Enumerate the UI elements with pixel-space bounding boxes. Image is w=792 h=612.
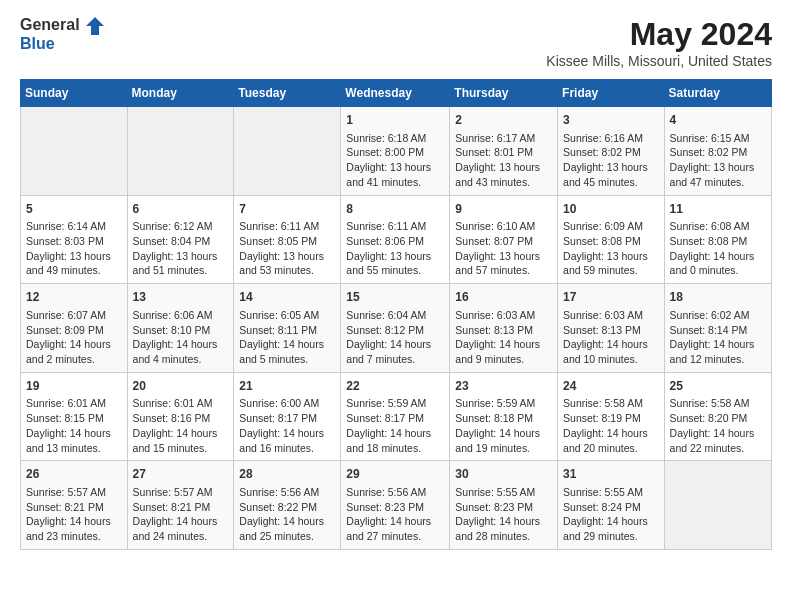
table-row: 10Sunrise: 6:09 AM Sunset: 8:08 PM Dayli… xyxy=(558,195,665,284)
day-number: 8 xyxy=(346,201,444,218)
day-info: Sunrise: 6:09 AM Sunset: 8:08 PM Dayligh… xyxy=(563,219,659,278)
day-info: Sunrise: 6:04 AM Sunset: 8:12 PM Dayligh… xyxy=(346,308,444,367)
day-number: 29 xyxy=(346,466,444,483)
day-info: Sunrise: 6:02 AM Sunset: 8:14 PM Dayligh… xyxy=(670,308,766,367)
day-info: Sunrise: 6:07 AM Sunset: 8:09 PM Dayligh… xyxy=(26,308,122,367)
day-info: Sunrise: 6:08 AM Sunset: 8:08 PM Dayligh… xyxy=(670,219,766,278)
table-row: 29Sunrise: 5:56 AM Sunset: 8:23 PM Dayli… xyxy=(341,461,450,550)
day-number: 25 xyxy=(670,378,766,395)
table-row xyxy=(234,107,341,196)
day-number: 11 xyxy=(670,201,766,218)
day-number: 15 xyxy=(346,289,444,306)
table-row: 25Sunrise: 5:58 AM Sunset: 8:20 PM Dayli… xyxy=(664,372,771,461)
day-number: 14 xyxy=(239,289,335,306)
day-number: 4 xyxy=(670,112,766,129)
header-monday: Monday xyxy=(127,80,234,107)
day-number: 7 xyxy=(239,201,335,218)
calendar-week-row: 26Sunrise: 5:57 AM Sunset: 8:21 PM Dayli… xyxy=(21,461,772,550)
table-row: 1Sunrise: 6:18 AM Sunset: 8:00 PM Daylig… xyxy=(341,107,450,196)
day-number: 16 xyxy=(455,289,552,306)
day-number: 2 xyxy=(455,112,552,129)
day-info: Sunrise: 5:58 AM Sunset: 8:19 PM Dayligh… xyxy=(563,396,659,455)
calendar-table: Sunday Monday Tuesday Wednesday Thursday… xyxy=(20,79,772,550)
table-row: 18Sunrise: 6:02 AM Sunset: 8:14 PM Dayli… xyxy=(664,284,771,373)
day-number: 3 xyxy=(563,112,659,129)
day-number: 22 xyxy=(346,378,444,395)
page-subtitle: Kissee Mills, Missouri, United States xyxy=(546,53,772,69)
table-row: 17Sunrise: 6:03 AM Sunset: 8:13 PM Dayli… xyxy=(558,284,665,373)
day-info: Sunrise: 6:01 AM Sunset: 8:15 PM Dayligh… xyxy=(26,396,122,455)
day-info: Sunrise: 5:57 AM Sunset: 8:21 PM Dayligh… xyxy=(26,485,122,544)
day-number: 5 xyxy=(26,201,122,218)
day-number: 6 xyxy=(133,201,229,218)
day-info: Sunrise: 5:56 AM Sunset: 8:23 PM Dayligh… xyxy=(346,485,444,544)
day-number: 31 xyxy=(563,466,659,483)
table-row: 30Sunrise: 5:55 AM Sunset: 8:23 PM Dayli… xyxy=(450,461,558,550)
table-row: 8Sunrise: 6:11 AM Sunset: 8:06 PM Daylig… xyxy=(341,195,450,284)
calendar-week-row: 12Sunrise: 6:07 AM Sunset: 8:09 PM Dayli… xyxy=(21,284,772,373)
svg-marker-0 xyxy=(86,17,104,35)
day-info: Sunrise: 6:03 AM Sunset: 8:13 PM Dayligh… xyxy=(563,308,659,367)
header-thursday: Thursday xyxy=(450,80,558,107)
table-row: 24Sunrise: 5:58 AM Sunset: 8:19 PM Dayli… xyxy=(558,372,665,461)
logo-bird-icon xyxy=(86,17,104,35)
day-info: Sunrise: 5:55 AM Sunset: 8:23 PM Dayligh… xyxy=(455,485,552,544)
table-row: 31Sunrise: 5:55 AM Sunset: 8:24 PM Dayli… xyxy=(558,461,665,550)
page-title: May 2024 xyxy=(546,16,772,53)
day-info: Sunrise: 5:59 AM Sunset: 8:18 PM Dayligh… xyxy=(455,396,552,455)
table-row xyxy=(21,107,128,196)
title-block: May 2024 Kissee Mills, Missouri, United … xyxy=(546,16,772,69)
header-wednesday: Wednesday xyxy=(341,80,450,107)
table-row: 27Sunrise: 5:57 AM Sunset: 8:21 PM Dayli… xyxy=(127,461,234,550)
table-row: 11Sunrise: 6:08 AM Sunset: 8:08 PM Dayli… xyxy=(664,195,771,284)
day-info: Sunrise: 5:55 AM Sunset: 8:24 PM Dayligh… xyxy=(563,485,659,544)
day-info: Sunrise: 6:16 AM Sunset: 8:02 PM Dayligh… xyxy=(563,131,659,190)
table-row: 20Sunrise: 6:01 AM Sunset: 8:16 PM Dayli… xyxy=(127,372,234,461)
calendar-week-row: 1Sunrise: 6:18 AM Sunset: 8:00 PM Daylig… xyxy=(21,107,772,196)
day-info: Sunrise: 6:06 AM Sunset: 8:10 PM Dayligh… xyxy=(133,308,229,367)
table-row: 15Sunrise: 6:04 AM Sunset: 8:12 PM Dayli… xyxy=(341,284,450,373)
logo-wordmark: General Blue xyxy=(20,16,104,52)
logo: General Blue xyxy=(20,16,104,52)
day-number: 24 xyxy=(563,378,659,395)
day-number: 1 xyxy=(346,112,444,129)
table-row: 6Sunrise: 6:12 AM Sunset: 8:04 PM Daylig… xyxy=(127,195,234,284)
table-row: 26Sunrise: 5:57 AM Sunset: 8:21 PM Dayli… xyxy=(21,461,128,550)
day-info: Sunrise: 6:17 AM Sunset: 8:01 PM Dayligh… xyxy=(455,131,552,190)
table-row: 5Sunrise: 6:14 AM Sunset: 8:03 PM Daylig… xyxy=(21,195,128,284)
table-row: 2Sunrise: 6:17 AM Sunset: 8:01 PM Daylig… xyxy=(450,107,558,196)
day-info: Sunrise: 6:12 AM Sunset: 8:04 PM Dayligh… xyxy=(133,219,229,278)
table-row: 13Sunrise: 6:06 AM Sunset: 8:10 PM Dayli… xyxy=(127,284,234,373)
day-number: 20 xyxy=(133,378,229,395)
table-row: 14Sunrise: 6:05 AM Sunset: 8:11 PM Dayli… xyxy=(234,284,341,373)
day-number: 26 xyxy=(26,466,122,483)
calendar-header-row: Sunday Monday Tuesday Wednesday Thursday… xyxy=(21,80,772,107)
table-row: 12Sunrise: 6:07 AM Sunset: 8:09 PM Dayli… xyxy=(21,284,128,373)
day-info: Sunrise: 6:00 AM Sunset: 8:17 PM Dayligh… xyxy=(239,396,335,455)
table-row xyxy=(664,461,771,550)
day-info: Sunrise: 6:01 AM Sunset: 8:16 PM Dayligh… xyxy=(133,396,229,455)
day-number: 23 xyxy=(455,378,552,395)
table-row: 19Sunrise: 6:01 AM Sunset: 8:15 PM Dayli… xyxy=(21,372,128,461)
table-row: 23Sunrise: 5:59 AM Sunset: 8:18 PM Dayli… xyxy=(450,372,558,461)
day-number: 19 xyxy=(26,378,122,395)
day-number: 10 xyxy=(563,201,659,218)
header-friday: Friday xyxy=(558,80,665,107)
day-number: 28 xyxy=(239,466,335,483)
table-row: 22Sunrise: 5:59 AM Sunset: 8:17 PM Dayli… xyxy=(341,372,450,461)
table-row: 4Sunrise: 6:15 AM Sunset: 8:02 PM Daylig… xyxy=(664,107,771,196)
day-info: Sunrise: 6:10 AM Sunset: 8:07 PM Dayligh… xyxy=(455,219,552,278)
calendar-week-row: 19Sunrise: 6:01 AM Sunset: 8:15 PM Dayli… xyxy=(21,372,772,461)
day-number: 12 xyxy=(26,289,122,306)
day-info: Sunrise: 6:11 AM Sunset: 8:05 PM Dayligh… xyxy=(239,219,335,278)
calendar-week-row: 5Sunrise: 6:14 AM Sunset: 8:03 PM Daylig… xyxy=(21,195,772,284)
page-header: General Blue May 2024 Kissee Mills, Miss… xyxy=(20,16,772,69)
table-row xyxy=(127,107,234,196)
day-number: 9 xyxy=(455,201,552,218)
header-tuesday: Tuesday xyxy=(234,80,341,107)
day-number: 27 xyxy=(133,466,229,483)
table-row: 16Sunrise: 6:03 AM Sunset: 8:13 PM Dayli… xyxy=(450,284,558,373)
table-row: 3Sunrise: 6:16 AM Sunset: 8:02 PM Daylig… xyxy=(558,107,665,196)
day-number: 21 xyxy=(239,378,335,395)
table-row: 7Sunrise: 6:11 AM Sunset: 8:05 PM Daylig… xyxy=(234,195,341,284)
